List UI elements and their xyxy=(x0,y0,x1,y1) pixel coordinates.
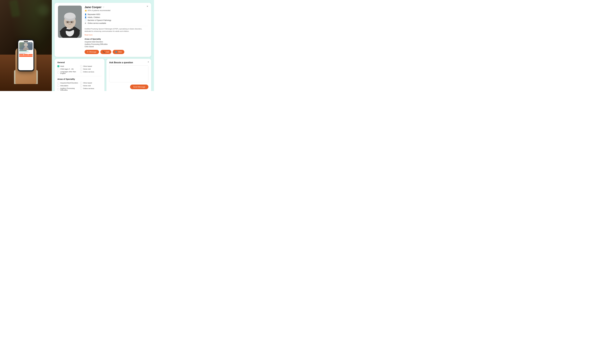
profile-card: × xyxy=(55,3,151,57)
send-message-button[interactable]: Send Message xyxy=(130,85,148,89)
checkbox-online-speciality[interactable] xyxy=(80,88,82,90)
checkbox-acquired[interactable] xyxy=(57,82,59,84)
filter-item-online-speciality[interactable]: Online services xyxy=(80,88,102,90)
online-icon: 🖥 xyxy=(85,22,87,24)
general-section-title: General xyxy=(57,61,102,64)
message-icon: ✉ xyxy=(87,51,89,53)
checkbox-home-speciality[interactable] xyxy=(80,85,82,87)
filter-item-acquired[interactable]: Acquired Adult Disorders xyxy=(57,82,79,84)
svg-point-12 xyxy=(67,22,68,23)
ask-close-button[interactable]: × xyxy=(148,61,149,63)
patients-text: Adults, Children xyxy=(88,16,100,18)
recommend-text: 92% of patients recommended xyxy=(88,10,110,12)
filter-item-online-general[interactable]: Online services xyxy=(80,71,102,73)
speciality-item-1: Auditory Processing Difficulties xyxy=(85,43,148,45)
bottom-row: General Adult Child (ages 3 - 16) Langua… xyxy=(55,59,151,91)
right-panel: × xyxy=(52,0,154,91)
phone-device xyxy=(17,39,34,71)
filter-item-clinic-speciality[interactable]: Clinic based xyxy=(80,82,102,84)
speciality-section: Areas of Speciality Acquired Adult Disor… xyxy=(85,38,148,48)
filter-item-home-speciality[interactable]: Home visit xyxy=(80,85,102,87)
filter-card: General Adult Child (ages 3 - 16) Langua… xyxy=(55,59,104,91)
message-button[interactable]: ✉ Message xyxy=(85,50,99,54)
filter-item-adult[interactable]: Adult xyxy=(57,65,79,67)
degree-text: Bachelor of Speech Pathology xyxy=(88,19,111,21)
web-icon: 🌐 xyxy=(115,51,117,53)
filter-item-home-general[interactable]: Home visit xyxy=(80,68,102,70)
thumbs-up-icon: 👍 xyxy=(85,9,87,12)
filter-item-child[interactable]: Child (ages 3 - 16) xyxy=(57,68,79,70)
checkbox-online-general[interactable] xyxy=(80,71,82,73)
checkbox-articulation[interactable] xyxy=(57,85,59,87)
read-more-link[interactable]: Read more xyxy=(85,34,92,36)
bio-text: Certified Practising Speech Pathologist … xyxy=(85,28,148,33)
ask-title: Ask Bessie a question xyxy=(109,61,148,64)
checkbox-auditory[interactable] xyxy=(57,88,59,90)
speciality-heading: Areas of Speciality xyxy=(85,38,148,40)
call-button[interactable]: 📞 Call xyxy=(100,50,111,54)
speciality-section-title: Areas of Speciality xyxy=(57,78,102,80)
profile-close-button[interactable]: × xyxy=(146,5,149,8)
svg-point-13 xyxy=(71,22,72,23)
speciality-filter-grid: Acquired Adult Disorders Articulation Au… xyxy=(57,82,102,91)
checkbox-clinic-speciality[interactable] xyxy=(80,82,82,84)
checkbox-child[interactable] xyxy=(57,68,59,70)
ask-question-card: × Ask Bessie a question Send Message xyxy=(106,59,151,91)
checkbox-adult[interactable] xyxy=(57,65,59,67)
web-button[interactable]: 🌐 Web xyxy=(113,50,124,54)
location-text: Bayswater 6053 xyxy=(88,13,100,15)
checkbox-home-general[interactable] xyxy=(80,68,82,70)
degree-icon: 📄 xyxy=(85,19,87,21)
photo-background xyxy=(0,0,52,91)
speciality-item-2: Clinic based xyxy=(85,46,148,48)
profile-info: Jane Cooper ♡ 👍 92% of patients recommen… xyxy=(85,6,148,54)
online-text: Online service available xyxy=(88,22,106,24)
general-filter-grid: Adult Child (ages 3 - 16) Languages othe… xyxy=(57,65,102,74)
svg-point-6 xyxy=(64,13,75,19)
checkbox-clinic-general[interactable] xyxy=(80,65,82,67)
action-buttons: ✉ Message 📞 Call 🌐 Web xyxy=(85,50,148,54)
profile-name: Jane Cooper xyxy=(85,6,102,9)
speciality-item-0: Acquired Adult Disorders xyxy=(85,41,148,43)
location-icon: 👤 xyxy=(85,13,87,15)
filter-item-clinic-general[interactable]: Clinic based xyxy=(80,65,102,67)
favorite-icon: ♡ xyxy=(103,6,104,8)
checkbox-languages[interactable] xyxy=(57,72,59,74)
filter-item-articulation[interactable]: Articulation xyxy=(57,85,79,87)
profile-photo xyxy=(58,6,82,54)
phone-icon: 📞 xyxy=(103,51,105,53)
filter-item-languages[interactable]: Languages other than English xyxy=(57,71,79,74)
patients-icon: 👤 xyxy=(85,16,87,18)
ask-textarea[interactable] xyxy=(109,65,148,82)
filter-item-auditory[interactable]: Auditory Processing Difficulties xyxy=(57,88,79,91)
